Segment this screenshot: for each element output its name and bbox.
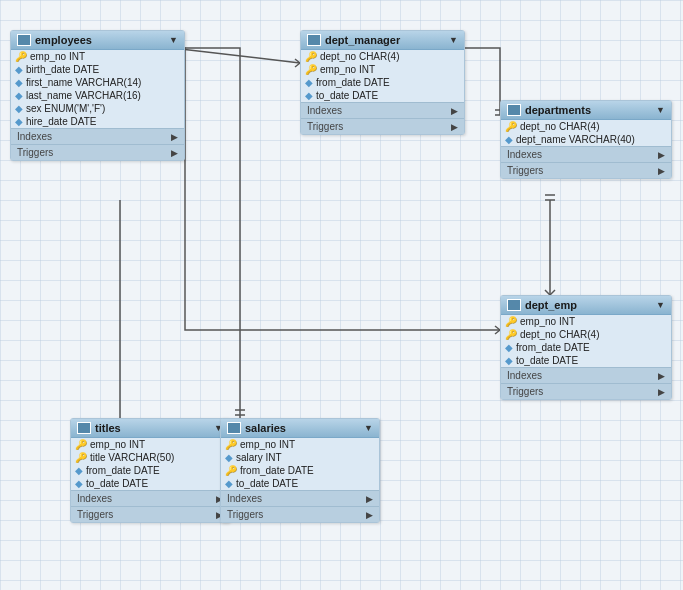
triggers-label: Triggers xyxy=(17,147,53,158)
table-body-titles: 🔑 emp_no INT 🔑 title VARCHAR(50) ◆ from_… xyxy=(71,438,229,490)
col-text: from_date DATE xyxy=(240,465,314,476)
dropdown-salaries[interactable]: ▼ xyxy=(364,423,373,433)
table-icon-dept-manager xyxy=(307,34,321,46)
key-icon: 🔑 xyxy=(225,465,237,476)
table-row: 🔑 dept_no CHAR(4) xyxy=(501,120,671,133)
table-icon-employees xyxy=(17,34,31,46)
table-row: 🔑 emp_no INT xyxy=(11,50,184,63)
key-icon: 🔑 xyxy=(305,51,317,62)
indexes-section-departments[interactable]: Indexes ▶ xyxy=(501,146,671,162)
table-header-employees[interactable]: employees ▼ xyxy=(11,31,184,50)
triggers-section-salaries[interactable]: Triggers ▶ xyxy=(221,506,379,522)
indexes-section-dept-emp[interactable]: Indexes ▶ xyxy=(501,367,671,383)
diamond-icon: ◆ xyxy=(505,355,513,366)
diamond-icon: ◆ xyxy=(225,452,233,463)
triggers-section-titles[interactable]: Triggers ▶ xyxy=(71,506,229,522)
table-icon-salaries xyxy=(227,422,241,434)
table-body-employees: 🔑 emp_no INT ◆ birth_date DATE ◆ first_n… xyxy=(11,50,184,128)
key-icon: 🔑 xyxy=(15,51,27,62)
table-body-dept-emp: 🔑 emp_no INT 🔑 dept_no CHAR(4) ◆ from_da… xyxy=(501,315,671,367)
col-text: to_date DATE xyxy=(316,90,378,101)
indexes-label: Indexes xyxy=(507,370,542,381)
table-body-dept-manager: 🔑 dept_no CHAR(4) 🔑 emp_no INT ◆ from_da… xyxy=(301,50,464,102)
table-titles: titles ▼ 🔑 emp_no INT 🔑 title VARCHAR(50… xyxy=(70,418,230,523)
indexes-label: Indexes xyxy=(307,105,342,116)
key-icon: 🔑 xyxy=(505,121,517,132)
table-icon-departments xyxy=(507,104,521,116)
dropdown-employees[interactable]: ▼ xyxy=(169,35,178,45)
col-text: birth_date DATE xyxy=(26,64,99,75)
table-row: 🔑 emp_no INT xyxy=(301,63,464,76)
table-title-departments: departments xyxy=(525,104,652,116)
key-icon: 🔑 xyxy=(505,316,517,327)
table-dept-emp: dept_emp ▼ 🔑 emp_no INT 🔑 dept_no CHAR(4… xyxy=(500,295,672,400)
triggers-arrow: ▶ xyxy=(451,122,458,132)
table-row: ◆ hire_date DATE xyxy=(11,115,184,128)
col-text: salary INT xyxy=(236,452,282,463)
triggers-section-dept-manager[interactable]: Triggers ▶ xyxy=(301,118,464,134)
diamond-icon: ◆ xyxy=(15,64,23,75)
table-title-titles: titles xyxy=(95,422,210,434)
table-title-dept-manager: dept_manager xyxy=(325,34,445,46)
indexes-section-dept-manager[interactable]: Indexes ▶ xyxy=(301,102,464,118)
dropdown-departments[interactable]: ▼ xyxy=(656,105,665,115)
diamond-icon: ◆ xyxy=(305,77,313,88)
table-icon-titles xyxy=(77,422,91,434)
table-title-dept-emp: dept_emp xyxy=(525,299,652,311)
col-text: title VARCHAR(50) xyxy=(90,452,174,463)
triggers-arrow: ▶ xyxy=(171,148,178,158)
table-title-employees: employees xyxy=(35,34,165,46)
indexes-section-titles[interactable]: Indexes ▶ xyxy=(71,490,229,506)
col-text: emp_no INT xyxy=(320,64,375,75)
indexes-arrow: ▶ xyxy=(451,106,458,116)
col-text: from_date DATE xyxy=(516,342,590,353)
table-header-salaries[interactable]: salaries ▼ xyxy=(221,419,379,438)
svg-line-0 xyxy=(172,48,300,63)
diamond-icon: ◆ xyxy=(15,103,23,114)
col-text: emp_no INT xyxy=(30,51,85,62)
indexes-arrow: ▶ xyxy=(171,132,178,142)
table-departments: departments ▼ 🔑 dept_no CHAR(4) ◆ dept_n… xyxy=(500,100,672,179)
table-header-dept-emp[interactable]: dept_emp ▼ xyxy=(501,296,671,315)
table-row: 🔑 emp_no INT xyxy=(71,438,229,451)
table-body-salaries: 🔑 emp_no INT ◆ salary INT 🔑 from_date DA… xyxy=(221,438,379,490)
table-icon-dept-emp xyxy=(507,299,521,311)
col-text: last_name VARCHAR(16) xyxy=(26,90,141,101)
col-text: dept_no CHAR(4) xyxy=(520,121,599,132)
table-row: ◆ last_name VARCHAR(16) xyxy=(11,89,184,102)
diamond-icon: ◆ xyxy=(75,465,83,476)
triggers-section-dept-emp[interactable]: Triggers ▶ xyxy=(501,383,671,399)
col-text: from_date DATE xyxy=(316,77,390,88)
col-text: emp_no INT xyxy=(90,439,145,450)
table-dept-manager: dept_manager ▼ 🔑 dept_no CHAR(4) 🔑 emp_n… xyxy=(300,30,465,135)
indexes-section-employees[interactable]: Indexes ▶ xyxy=(11,128,184,144)
table-row: 🔑 dept_no CHAR(4) xyxy=(301,50,464,63)
indexes-section-salaries[interactable]: Indexes ▶ xyxy=(221,490,379,506)
dropdown-dept-manager[interactable]: ▼ xyxy=(449,35,458,45)
indexes-label: Indexes xyxy=(77,493,112,504)
table-row: ◆ from_date DATE xyxy=(501,341,671,354)
table-row: ◆ to_date DATE xyxy=(221,477,379,490)
col-text: to_date DATE xyxy=(236,478,298,489)
col-text: dept_no CHAR(4) xyxy=(520,329,599,340)
triggers-section-employees[interactable]: Triggers ▶ xyxy=(11,144,184,160)
table-row: 🔑 from_date DATE xyxy=(221,464,379,477)
col-text: to_date DATE xyxy=(86,478,148,489)
table-header-dept-manager[interactable]: dept_manager ▼ xyxy=(301,31,464,50)
table-header-departments[interactable]: departments ▼ xyxy=(501,101,671,120)
col-text: first_name VARCHAR(14) xyxy=(26,77,141,88)
table-header-titles[interactable]: titles ▼ xyxy=(71,419,229,438)
col-text: hire_date DATE xyxy=(26,116,96,127)
col-text: dept_name VARCHAR(40) xyxy=(516,134,635,145)
triggers-label: Triggers xyxy=(307,121,343,132)
col-text: sex ENUM('M','F') xyxy=(26,103,105,114)
table-row: 🔑 emp_no INT xyxy=(221,438,379,451)
triggers-label: Triggers xyxy=(507,386,543,397)
triggers-section-departments[interactable]: Triggers ▶ xyxy=(501,162,671,178)
key-icon: 🔑 xyxy=(75,452,87,463)
diamond-icon: ◆ xyxy=(505,134,513,145)
key-icon: 🔑 xyxy=(305,64,317,75)
dropdown-dept-emp[interactable]: ▼ xyxy=(656,300,665,310)
key-icon: 🔑 xyxy=(225,439,237,450)
indexes-label: Indexes xyxy=(507,149,542,160)
